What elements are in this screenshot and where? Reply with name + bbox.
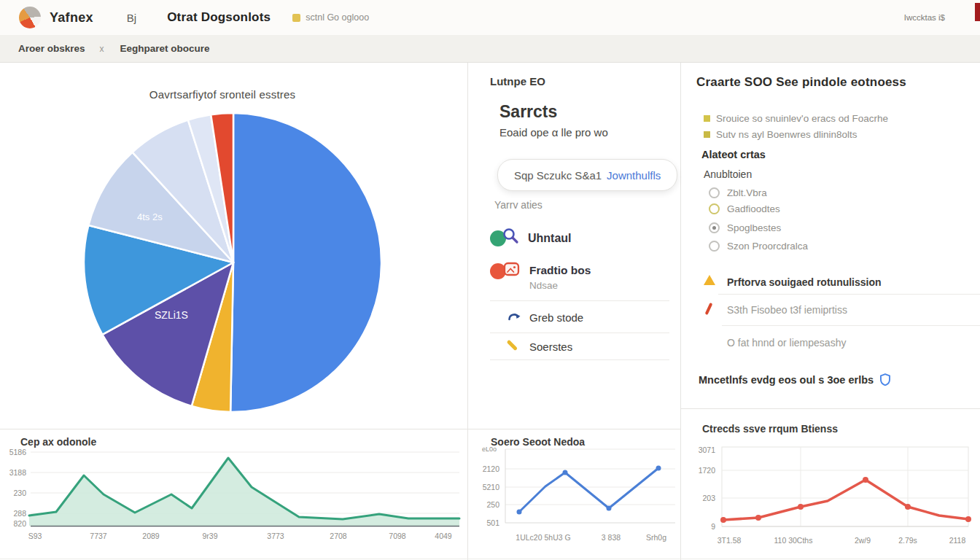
legend-item-2-sub: Ndsae bbox=[529, 280, 558, 291]
middle-heading: Sarrcts bbox=[499, 102, 557, 122]
svg-text:250: 250 bbox=[486, 500, 499, 509]
svg-text:7737: 7737 bbox=[90, 532, 107, 540]
error-slash-icon bbox=[705, 303, 713, 315]
svg-text:S93: S93 bbox=[28, 532, 42, 540]
svg-text:eL0o: eL0o bbox=[482, 446, 497, 453]
radio-option-1[interactable]: Zblt.Vbra bbox=[709, 187, 767, 198]
download-button[interactable]: Sqp Sczukc S&a1 Jownthulfls bbox=[497, 159, 677, 191]
line-chart-blue: 212052102505011ULc20 5hU3 G3 838Srh0geL0… bbox=[467, 429, 680, 560]
window-edge-accent bbox=[975, 3, 980, 21]
brand-logo-icon[interactable] bbox=[19, 7, 41, 28]
right-panel-title: Craarte SOO See pindole eotnoess bbox=[696, 75, 906, 90]
warning-text-2: S3th Fisobeo t3f iemiprtiss bbox=[727, 304, 847, 316]
svg-text:230: 230 bbox=[13, 489, 26, 497]
svg-text:9r39: 9r39 bbox=[202, 532, 217, 540]
badge-square-icon bbox=[292, 14, 300, 22]
svg-text:3 838: 3 838 bbox=[602, 533, 621, 542]
svg-text:5210: 5210 bbox=[483, 483, 500, 491]
radio-label: Zblt.Vbra bbox=[727, 187, 767, 198]
tab-first[interactable]: Aroer obskres bbox=[18, 43, 85, 54]
tab-close-icon[interactable]: x bbox=[100, 44, 104, 54]
pie-chart-title: Oavrtsarfiytof sronteil esstres bbox=[77, 88, 368, 101]
badge-text: sctnl Go oglooo bbox=[306, 12, 369, 23]
svg-text:2.79s: 2.79s bbox=[898, 536, 917, 545]
svg-text:5186: 5186 bbox=[9, 448, 27, 456]
svg-text:2120: 2120 bbox=[483, 464, 500, 473]
radio-icon[interactable] bbox=[709, 187, 720, 198]
bullet-text-1: Srouice so snuinlev'o eracs od Foacrhe bbox=[716, 113, 888, 124]
nav-item-secondary[interactable]: Bj bbox=[127, 12, 136, 24]
svg-text:Srh0g: Srh0g bbox=[646, 533, 666, 542]
download-button-link[interactable]: Jownthulfls bbox=[607, 169, 661, 182]
bullet-item: Sutv ns ayl Boenwres dlinin8olts bbox=[704, 129, 858, 140]
right-footer: Mncetlnfs evdg eos oul s 3oe erlbs bbox=[699, 373, 891, 386]
legend-divider-3 bbox=[490, 359, 669, 360]
svg-text:4049: 4049 bbox=[435, 532, 452, 540]
legend-item-3[interactable]: Greb stode bbox=[529, 311, 583, 324]
radio-icon[interactable] bbox=[709, 203, 720, 214]
pie-slice-label: SZLi1S bbox=[155, 309, 188, 321]
warning-text-1: Prftorva souigaed rotunulission bbox=[727, 276, 882, 288]
bullet-item: Srouice so snuinlev'o eracs od Foacrhe bbox=[704, 113, 888, 124]
redo-arrow-icon bbox=[506, 309, 522, 324]
svg-text:2w/9: 2w/9 bbox=[855, 536, 871, 545]
svg-text:1ULc20 5hU3 G: 1ULc20 5hU3 G bbox=[516, 533, 570, 542]
svg-text:2118: 2118 bbox=[949, 536, 966, 545]
radio-option-4[interactable]: Szon Proorcdralca bbox=[709, 241, 808, 252]
svg-text:501: 501 bbox=[486, 518, 499, 527]
svg-text:3T1.58: 3T1.58 bbox=[718, 536, 742, 545]
search-icon bbox=[502, 227, 521, 246]
radio-option-3[interactable]: Spoglbestes bbox=[709, 222, 781, 233]
legend-item-4[interactable]: Soerstes bbox=[529, 341, 572, 353]
right-footer-text: Mncetlnfs evdg eos oul s 3oe erlbs bbox=[699, 374, 874, 386]
svg-text:3071: 3071 bbox=[699, 446, 716, 454]
nav-item-primary[interactable]: Otrat Dogsonlots bbox=[167, 10, 271, 25]
svg-text:7098: 7098 bbox=[389, 532, 406, 540]
svg-text:288: 288 bbox=[13, 509, 26, 518]
svg-text:110 30Cths: 110 30Cths bbox=[774, 536, 813, 545]
radio-label: Szon Proorcdralca bbox=[727, 241, 808, 252]
right-subhead-1: Alateot crtas bbox=[701, 149, 766, 160]
svg-text:3188: 3188 bbox=[9, 468, 27, 477]
radio-option-2[interactable]: Gadfioodtes bbox=[709, 203, 780, 214]
image-icon bbox=[502, 260, 521, 279]
middle-kicker: Lutnpe EO bbox=[490, 75, 545, 88]
svg-text:2089: 2089 bbox=[142, 532, 160, 540]
pencil-stroke-icon bbox=[507, 340, 518, 351]
pie-chart: 4ts 2sSZLi1S bbox=[73, 102, 394, 423]
bullet-text-2: Sutv ns ayl Boenwres dlinin8olts bbox=[716, 129, 858, 140]
radio-label: Gadfioodtes bbox=[727, 203, 780, 214]
middle-caption: Yarrv aties bbox=[494, 199, 542, 211]
header-badge[interactable]: sctnl Go oglooo bbox=[292, 12, 369, 23]
tab-bar: Aroer obskres x Eeghparet obocure bbox=[0, 35, 980, 63]
right-divider-1 bbox=[718, 294, 980, 295]
bullet-square-icon bbox=[704, 131, 710, 138]
svg-text:3773: 3773 bbox=[267, 532, 284, 540]
brand-name[interactable]: Yafnex bbox=[50, 10, 93, 26]
series-line bbox=[723, 480, 968, 520]
radio-icon[interactable] bbox=[709, 241, 720, 252]
tab-second[interactable]: Eeghparet obocure bbox=[120, 43, 210, 54]
legend-item-2[interactable]: Fradtio bos bbox=[529, 264, 591, 277]
svg-text:1720: 1720 bbox=[699, 466, 716, 475]
radio-mark bbox=[712, 226, 716, 230]
right-divider-2 bbox=[722, 325, 980, 326]
radio-icon[interactable] bbox=[709, 222, 720, 233]
download-button-label: Sqp Sczukc S&a1 bbox=[514, 169, 602, 182]
pie-slice-main-blue[interactable] bbox=[230, 113, 381, 412]
top-header: Yafnex Bj Otrat Dogsonlots sctnl Go oglo… bbox=[0, 0, 980, 35]
warning-triangle-icon bbox=[704, 275, 715, 285]
bullet-square-icon bbox=[704, 115, 710, 122]
area-chart-green: 51863188230288820S93773720899r3937732708… bbox=[0, 429, 467, 560]
legend-divider-2 bbox=[490, 332, 669, 333]
app-window: Yafnex Bj Otrat Dogsonlots sctnl Go oglo… bbox=[0, 0, 980, 560]
shield-icon bbox=[879, 373, 891, 386]
svg-text:203: 203 bbox=[702, 494, 715, 502]
legend-item-1[interactable]: Uhntaul bbox=[528, 232, 572, 245]
svg-text:2708: 2708 bbox=[330, 532, 347, 540]
line-chart-red: 3071172020393T1.58110 30Cths2w/92.79s211… bbox=[680, 408, 980, 559]
right-subhead-2: Anubltoien bbox=[704, 168, 752, 180]
series-line bbox=[519, 468, 658, 512]
middle-subheading: Eoaid ope α lle pro wo bbox=[499, 126, 608, 139]
header-account-link[interactable]: Iwccktas i$ bbox=[904, 13, 945, 22]
